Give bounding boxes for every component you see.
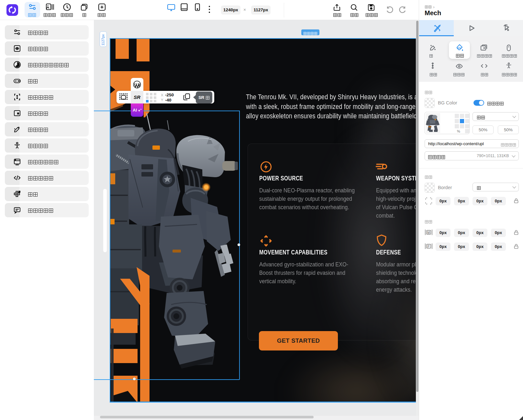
svg-text:P: P [428,245,430,248]
svg-text:M: M [427,231,430,234]
